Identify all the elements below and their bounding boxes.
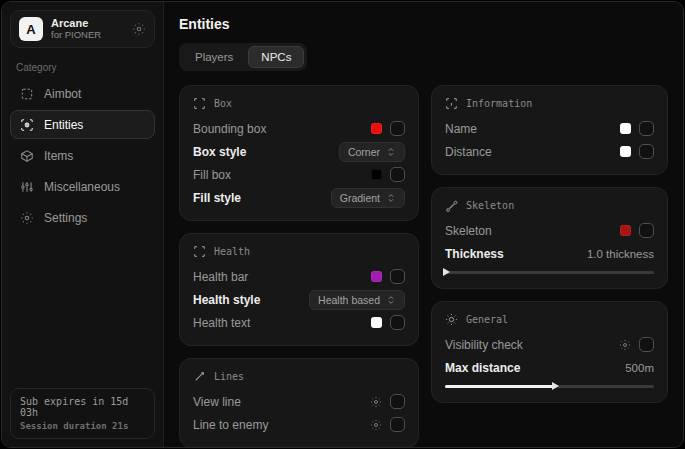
card-title: Information [466,98,532,109]
sliders-icon [20,180,34,194]
color-swatch[interactable] [371,123,382,134]
setting-label: Thickness [445,247,504,261]
sidebar-item-label: Items [44,149,73,163]
max-distance-slider[interactable] [445,382,654,391]
checkbox[interactable] [639,223,654,238]
setting-label: Health bar [193,270,248,284]
general-card: General Visibility check Max distance [431,301,668,403]
app-window: A Arcane for PIONER Category Aimbot [1,1,684,448]
card-title: Box [214,98,232,109]
card-title: Skeleton [466,200,514,211]
setting-label: Health text [193,316,250,330]
checkbox[interactable] [390,315,405,330]
sidebar-item-items[interactable]: Items [10,141,155,170]
sidebar-item-entities[interactable]: Entities [10,110,155,139]
app-logo: A [19,17,43,41]
checkbox[interactable] [390,394,405,409]
card-title: Health [214,246,250,257]
slider-value: 500m [625,362,654,374]
main-panel: Entities Players NPCs Box Bounding box [164,2,683,447]
sidebar-item-label: Miscellaneous [44,180,120,194]
sidebar-item-label: Settings [44,211,87,225]
color-swatch[interactable] [620,146,631,157]
sidebar-item-label: Aimbot [44,87,81,101]
health-card: Health Health bar Health style Health ba… [179,233,419,346]
color-swatch[interactable] [620,123,631,134]
gear-icon[interactable] [132,22,146,36]
scan-eye-icon [20,118,34,132]
sidebar-item-miscellaneous[interactable]: Miscellaneous [10,172,155,201]
sub-expiry-text: Sub expires in 15d 03h [20,396,145,418]
setting-row: Skeleton [445,219,654,242]
color-swatch[interactable] [371,317,382,328]
setting-row: Health bar [193,265,405,288]
health-style-dropdown[interactable]: Health based [309,290,405,310]
slider-handle[interactable] [552,382,559,390]
setting-row: Fill box [193,163,405,186]
setting-row: Bounding box [193,117,405,140]
setting-row: Box style Corner [193,140,405,163]
setting-row: Line to enemy [193,413,405,436]
fill-style-dropdown[interactable]: Gradient [331,188,405,208]
card-title: Lines [214,371,244,382]
dropdown-value: Health based [318,294,380,306]
setting-label: Distance [445,145,492,159]
card-title: General [466,314,508,325]
setting-label: Box style [193,145,246,159]
app-name: Arcane [51,17,101,30]
color-swatch[interactable] [371,271,382,282]
setting-row: View line [193,390,405,413]
checkbox[interactable] [639,337,654,352]
setting-row: Health text [193,311,405,334]
scan-brackets-icon [193,245,206,258]
gear-icon[interactable] [619,339,631,351]
sidebar-item-settings[interactable]: Settings [10,203,155,232]
checkbox[interactable] [639,121,654,136]
tab-npcs[interactable]: NPCs [248,46,304,68]
dropdown-value: Gradient [340,192,380,204]
sidebar-nav: Aimbot Entities Items Miscellaneous [10,79,155,232]
color-swatch[interactable] [371,169,382,180]
setting-label: Visibility check [445,338,523,352]
tab-bar: Players NPCs [179,43,307,71]
page-title: Entities [179,16,668,32]
lines-card: Lines View line Line to enemy [179,358,419,448]
sidebar: A Arcane for PIONER Category Aimbot [2,2,164,447]
setting-row: Health style Health based [193,288,405,311]
checkbox[interactable] [390,417,405,432]
tab-players[interactable]: Players [182,46,246,68]
app-subtitle: for PIONER [51,30,101,41]
setting-label: Line to enemy [193,418,268,432]
box-style-dropdown[interactable]: Corner [339,142,405,162]
checkbox[interactable] [390,269,405,284]
checkbox[interactable] [390,121,405,136]
brand-card: A Arcane for PIONER [10,10,155,48]
setting-label: View line [193,395,241,409]
checkbox[interactable] [639,144,654,159]
thickness-slider[interactable] [445,268,654,277]
chevrons-up-down-icon [386,193,396,203]
category-label: Category [16,62,149,73]
setting-label: Health style [193,293,260,307]
bone-icon [445,199,458,212]
scan-info-icon [445,97,458,110]
slider-value: 1.0 thickness [587,248,654,260]
setting-row: Fill style Gradient [193,186,405,209]
slider-row: Max distance 500m [445,356,654,379]
gear-icon[interactable] [370,419,382,431]
setting-row: Name [445,117,654,140]
skeleton-card: Skeleton Skeleton Thickness 1.0 thicknes… [431,187,668,289]
setting-label: Fill style [193,191,241,205]
sidebar-item-aimbot[interactable]: Aimbot [10,79,155,108]
slider-handle[interactable] [443,268,450,276]
gear-icon[interactable] [370,396,382,408]
session-duration-text: Session duration 21s [20,421,145,431]
checkbox[interactable] [390,167,405,182]
scan-brackets-icon [193,97,206,110]
diagonal-line-icon [193,370,206,383]
setting-row: Visibility check [445,333,654,356]
setting-label: Max distance [445,361,520,375]
crosshair-box-icon [20,87,34,101]
chevrons-up-down-icon [386,147,396,157]
color-swatch[interactable] [620,225,631,236]
